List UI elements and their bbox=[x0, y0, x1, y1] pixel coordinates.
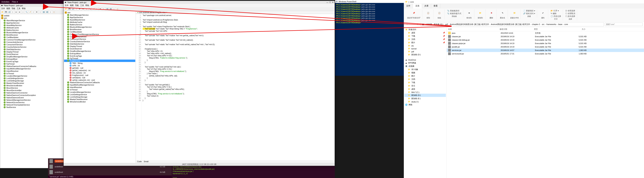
menu-item[interactable]: 导航 bbox=[12, 7, 15, 10]
tree-item[interactable]: LockSettingsService bbox=[0, 77, 68, 79]
toolbar-button[interactable]: 📋 bbox=[116, 8, 119, 11]
tree-item[interactable]: FgThread bbox=[0, 63, 68, 65]
nav-item[interactable]: 📁视频 bbox=[404, 71, 446, 74]
menu-item[interactable]: 文件 bbox=[1, 7, 5, 10]
toolbar-button[interactable]: 💾 bbox=[68, 8, 71, 11]
tree-item[interactable]: getVal_native(int) : int bbox=[64, 69, 135, 72]
ribbon-tab[interactable]: 共享 bbox=[422, 4, 431, 9]
ribbon-mini-button[interactable]: 📂 打开 ▾ bbox=[550, 10, 561, 12]
nav-back-icon[interactable]: ← bbox=[405, 22, 409, 26]
tree-item[interactable]: InputMethodManagerService bbox=[64, 84, 135, 86]
toolbar-button[interactable]: 📝 bbox=[92, 8, 95, 11]
col-date[interactable]: 修改日期 bbox=[500, 28, 534, 31]
toolbar-button[interactable]: 🔢 bbox=[46, 11, 48, 14]
nav-item[interactable]: 📁桌面 bbox=[404, 87, 446, 91]
nav-forward-icon[interactable]: → bbox=[410, 22, 414, 26]
menu-item[interactable]: 视图 bbox=[6, 7, 10, 10]
breadcrumb-item[interactable]: base bbox=[558, 23, 562, 25]
tree-item[interactable]: BluetoothManagerService bbox=[0, 31, 68, 34]
toolbar-button[interactable]: | bbox=[102, 8, 105, 11]
tree-item[interactable]: MountServiceIdler bbox=[0, 89, 68, 92]
tree-item[interactable]: FgThread bbox=[64, 57, 135, 60]
tree-item[interactable]: IoThread bbox=[64, 88, 135, 91]
toolbar-button[interactable]: 📝 bbox=[28, 11, 32, 14]
nav-item[interactable]: 📁文档 bbox=[404, 78, 446, 81]
file-row[interactable]: classes-jarjar.jar2019/6/16 14:19Executa… bbox=[447, 42, 644, 45]
tree-item[interactable]: IntentResolver bbox=[0, 70, 68, 72]
file-row[interactable]: servicesold.jar2019/5/31 17:31Executable… bbox=[447, 52, 644, 55]
nav-pane[interactable]: ⭐快速访问📁桌面📌📁下载📌📁文档📌📁图片📌📁etc📁kernel📁pdf📁新加卷… bbox=[404, 27, 447, 178]
tree-item[interactable]: BrickReceiver bbox=[0, 34, 68, 36]
toolbar-button[interactable]: ➡ bbox=[82, 8, 85, 11]
file-row[interactable]: undefined4.4 kB02:59 bbox=[48, 169, 178, 175]
tree-item[interactable]: LockSettingsStorage bbox=[64, 96, 135, 98]
ribbon-mini-button[interactable]: ✎ 编辑 bbox=[550, 12, 561, 15]
toolbar-button[interactable]: 📂 bbox=[1, 11, 4, 14]
nav-item[interactable]: 📁Win7 (C:) bbox=[404, 91, 446, 94]
toolbar-button[interactable]: 📋 bbox=[52, 11, 56, 14]
ribbon-mini-button[interactable]: ☐ 全部取消 bbox=[565, 12, 575, 15]
tree-item[interactable]: IoThread bbox=[0, 72, 68, 75]
toolbar-button[interactable]: 🔤 bbox=[106, 8, 109, 11]
tree-item[interactable]: NativeDaemonConnector bbox=[0, 92, 68, 94]
column-headers[interactable]: 名称 修改日期 类型 大小 bbox=[447, 27, 644, 31]
breadcrumb-item[interactable]: chapter-2 bbox=[532, 23, 540, 25]
tree-item[interactable]: AttributeCache bbox=[0, 27, 68, 29]
tree-item[interactable]: webkit bbox=[0, 15, 68, 17]
nav-item[interactable]: 📁新加卷 (E:) bbox=[404, 97, 446, 100]
tree-item[interactable]: DisplayThread bbox=[64, 45, 135, 48]
toolbar-button[interactable]: | bbox=[39, 11, 42, 14]
file-row[interactable]: classes.jar2019/6/16 14:19Executable Jar… bbox=[447, 35, 644, 38]
tree-item[interactable]: AppOpsService bbox=[64, 16, 135, 19]
breadcrumb-item[interactable]: Android系统源代码情景分析 (第三版) 程序文件 bbox=[450, 23, 489, 26]
tree-item[interactable]: DropBoxManagerService bbox=[0, 55, 68, 58]
min-icon[interactable]: — bbox=[326, 1, 328, 4]
nav-item[interactable]: 🌐网络 bbox=[404, 103, 446, 106]
ribbon-mini-button[interactable]: 📎 粘贴快捷方式 bbox=[447, 12, 461, 15]
tree-item[interactable]: NetworkTimeUpdateService bbox=[0, 104, 68, 106]
tree-item[interactable]: getVal() : null bbox=[64, 67, 135, 69]
tree-item[interactable]: AppOpsService bbox=[0, 22, 68, 24]
file-row[interactable]: java2012/9/3 14:41文件夹 bbox=[447, 31, 644, 35]
breadcrumb-item[interactable]: src bbox=[542, 23, 544, 25]
nav-item[interactable]: 📁下载📌 bbox=[404, 34, 446, 38]
tree-item[interactable]: AlarmManagerService bbox=[0, 19, 68, 22]
ribbon-button[interactable]: 📁 bbox=[477, 10, 484, 16]
col-size[interactable]: 大小 bbox=[568, 28, 586, 31]
tree-item[interactable]: BluetoothManagerService bbox=[64, 26, 135, 28]
ps-title-bar[interactable]: ⧉ Windows PowerShell bbox=[335, 0, 404, 3]
ribbon-tab[interactable]: 主页 bbox=[413, 4, 422, 9]
tree-item[interactable]: init_native() : int bbox=[64, 72, 135, 74]
tree-item[interactable]: AttributeCache bbox=[64, 21, 135, 23]
toolbar-button[interactable]: ➡ bbox=[18, 11, 21, 14]
search-input[interactable] bbox=[605, 23, 643, 26]
ribbon-mini-button[interactable]: 📎 剪贴板路径 bbox=[447, 10, 461, 12]
tree-item[interactable]: setVal_native(int, int) : void bbox=[64, 79, 135, 81]
toolbar-button[interactable]: ⬅ bbox=[14, 11, 18, 14]
tree-item[interactable]: LockSettingsStorage bbox=[0, 79, 68, 82]
toolbar-button[interactable]: 📂 bbox=[64, 8, 68, 11]
tree-item[interactable]: INativeDaemonConnectorCallbacks bbox=[0, 65, 68, 67]
col-name[interactable]: 名称 bbox=[448, 28, 500, 31]
nav-item[interactable]: 📁图片📌 bbox=[404, 41, 446, 44]
menu-item[interactable]: 工具 bbox=[80, 4, 84, 7]
ribbon-mini-button[interactable]: 📄 新建项目 ▾ bbox=[523, 10, 535, 12]
toolbar-button[interactable]: | bbox=[11, 11, 14, 14]
tree-item[interactable]: FregService() : null bbox=[64, 74, 135, 76]
tree-item[interactable]: LocationManagerService bbox=[0, 75, 68, 77]
code-tab[interactable]: ● com.android.server.FregService × bbox=[136, 11, 334, 14]
tree-item[interactable]: ConsumerIrService bbox=[0, 43, 68, 46]
class-tree[interactable]: webkitwmAlarmManagerServiceAppOpsService… bbox=[0, 14, 68, 168]
nav-item[interactable]: 📁新加卷 (D:) bbox=[404, 53, 446, 56]
ribbon-button[interactable]: ✔ bbox=[540, 10, 546, 16]
max-icon[interactable]: ☐ bbox=[329, 1, 331, 4]
tree-item[interactable]: ConnectivityService bbox=[0, 41, 68, 43]
tree-item[interactable]: CountryDetectorService bbox=[64, 40, 135, 43]
tree-item[interactable]: CommonTimeManagementService bbox=[0, 39, 68, 41]
menu-item[interactable]: 工具 bbox=[17, 7, 20, 10]
tree-item[interactable]: CertBlacklister bbox=[0, 36, 68, 39]
toolbar-button[interactable]: 🔢 bbox=[109, 8, 112, 11]
tree-item[interactable]: AlarmManagerService bbox=[64, 14, 135, 16]
toolbar-button[interactable]: | bbox=[85, 8, 88, 11]
ribbon-mini-button[interactable]: ☐ 反向选择 bbox=[565, 15, 575, 18]
